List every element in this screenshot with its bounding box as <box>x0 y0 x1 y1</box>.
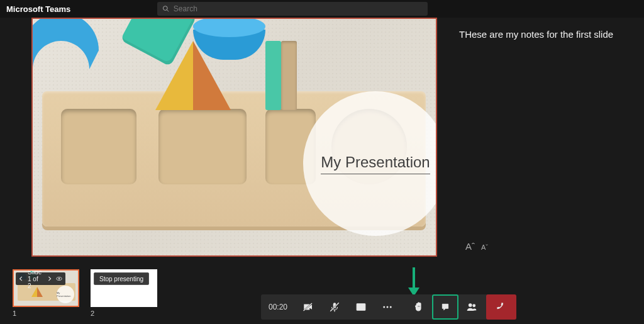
square-slot <box>61 109 136 184</box>
teal-rectangle-piece <box>265 41 281 110</box>
thumb-number: 1 <box>13 310 79 317</box>
slide-nav-overlay: Slide 1 of 2 <box>16 272 65 285</box>
slide-thumbnails: My Presentation Slide 1 of 2 1 Stop pres… <box>13 269 157 317</box>
stop-presenting-button[interactable]: Stop presenting <box>94 272 149 285</box>
search-box[interactable] <box>157 2 428 16</box>
call-control-bar: 00:20 <box>261 294 516 320</box>
call-timer: 00:20 <box>261 294 295 320</box>
prev-slide-button[interactable] <box>19 276 24 282</box>
slide-title: My Presentation <box>321 154 430 174</box>
notes-text: THese are my notes for the first slide <box>459 29 641 40</box>
increase-font-button[interactable]: Aˆ <box>465 241 475 252</box>
mini-title: My Presentation <box>57 286 74 303</box>
participants-button[interactable] <box>458 294 485 320</box>
presented-slide: My Presentation <box>31 18 437 257</box>
triangle-piece <box>155 41 231 110</box>
thumb-number: 2 <box>91 310 157 317</box>
svg-point-24 <box>473 304 475 307</box>
search-input[interactable] <box>174 4 423 13</box>
svg-point-18 <box>383 306 385 308</box>
next-slide-button[interactable] <box>47 276 52 282</box>
font-size-controls: Aˆ Aˇ <box>465 241 488 252</box>
raise-hand-button[interactable] <box>406 294 432 320</box>
more-button[interactable] <box>374 294 401 320</box>
thumbnail-2[interactable]: Stop presenting 2 <box>91 269 157 317</box>
wood-rectangle-piece <box>281 41 297 110</box>
hangup-button[interactable] <box>486 294 516 320</box>
meeting-stage: My Presentation THese are my notes for t… <box>0 18 644 324</box>
svg-marker-2 <box>155 41 193 110</box>
svg-point-7 <box>58 278 60 279</box>
camera-button[interactable] <box>295 294 321 320</box>
top-bar: Microsoft Teams <box>0 0 644 18</box>
search-icon <box>162 5 170 13</box>
presenter-notes-pane: THese are my notes for the first slide <box>459 29 641 262</box>
decrease-font-button[interactable]: Aˇ <box>481 243 488 251</box>
mic-button[interactable] <box>321 294 348 320</box>
svg-marker-3 <box>193 41 231 110</box>
svg-point-20 <box>390 306 392 308</box>
blue-arc-shape <box>31 18 108 88</box>
chat-button[interactable] <box>432 294 458 320</box>
view-icon[interactable] <box>56 276 62 282</box>
slide-counter: Slide 1 of 2 <box>28 269 43 289</box>
thumbnail-1[interactable]: My Presentation Slide 1 of 2 1 <box>13 269 79 317</box>
share-button[interactable] <box>348 294 374 320</box>
svg-point-19 <box>387 306 389 308</box>
triangle-slot <box>158 109 247 184</box>
svg-point-0 <box>164 6 168 11</box>
svg-point-23 <box>469 304 472 307</box>
app-title: Microsoft Teams <box>6 4 70 14</box>
svg-line-1 <box>167 9 169 11</box>
title-circle: My Presentation <box>303 91 437 236</box>
